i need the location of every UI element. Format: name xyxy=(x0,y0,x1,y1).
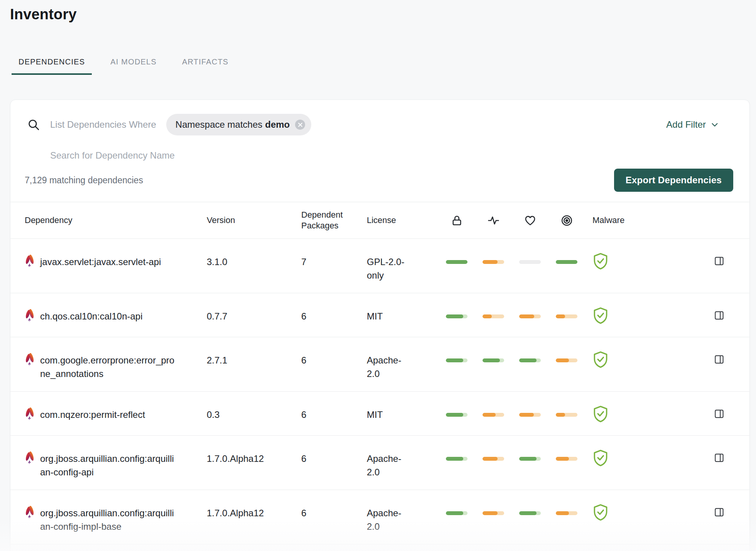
table-row[interactable]: org.jboss.arquillian.config:arquillian-c… xyxy=(10,436,749,490)
activity-score-bar xyxy=(483,260,504,264)
open-side-panel-button[interactable] xyxy=(714,354,724,366)
malware-status xyxy=(592,504,642,523)
maven-feather-icon xyxy=(25,255,35,269)
table-header-row: Dependency Version Dependent Packages Li… xyxy=(10,202,749,239)
table-row[interactable]: org.jboss.arquillian.config:arquillian-c… xyxy=(10,490,749,544)
activity-pulse-icon xyxy=(488,215,500,226)
heart-icon xyxy=(524,215,536,226)
filter-chip-value: demo xyxy=(265,119,290,130)
dependency-name: ch.qos.cal10n:cal10n-api xyxy=(40,309,143,323)
security-score-bar xyxy=(446,413,467,417)
table-row[interactable]: org.jboss.arquillian.config:arquillian-c… xyxy=(10,544,749,551)
popularity-score-bar xyxy=(519,314,541,318)
tab-dependencies[interactable]: DEPENDENCIES xyxy=(12,57,92,75)
page-title: Inventory xyxy=(0,0,756,23)
license-value: MIT xyxy=(367,408,414,421)
maven-feather-icon xyxy=(25,353,35,367)
maven-feather-icon xyxy=(25,309,35,323)
column-header-version: Version xyxy=(207,215,301,226)
search-icon xyxy=(27,118,40,131)
security-score-bar xyxy=(446,358,467,362)
open-side-panel-button[interactable] xyxy=(714,256,724,267)
dependency-name: com.nqzero:permit-reflect xyxy=(40,408,145,421)
popularity-score-bar xyxy=(519,457,541,461)
dependent-packages-count: 7 xyxy=(301,255,367,269)
popularity-score-bar xyxy=(519,260,541,264)
license-value: Apache-2.0 xyxy=(367,452,414,479)
add-filter-label: Add Filter xyxy=(666,119,706,130)
add-filter-button[interactable]: Add Filter xyxy=(666,119,735,130)
security-score-bar xyxy=(446,457,467,461)
panel-right-icon xyxy=(714,409,724,419)
table-body: javax.servlet:javax.servlet-api 3.1.0 7 … xyxy=(10,239,749,551)
shield-check-icon xyxy=(592,449,609,467)
malware-status xyxy=(592,351,642,370)
activity-score-bar xyxy=(483,314,504,318)
column-header-license: License xyxy=(367,215,446,226)
matching-count: 7,129 matching dependencies xyxy=(25,175,143,186)
activity-score-bar xyxy=(483,413,504,417)
dependencies-table: Dependency Version Dependent Packages Li… xyxy=(10,202,749,551)
chevron-down-icon xyxy=(710,120,719,129)
popularity-score-bar xyxy=(519,413,541,417)
dependent-packages-count: 6 xyxy=(301,506,367,520)
maven-feather-icon xyxy=(25,506,35,520)
quality-score-bar xyxy=(556,260,577,264)
malware-status xyxy=(592,449,642,468)
column-header-security xyxy=(446,215,467,226)
maven-feather-icon xyxy=(25,407,35,421)
shield-check-icon xyxy=(592,405,609,423)
dependency-version: 0.7.7 xyxy=(207,309,301,323)
dependency-name: org.jboss.arquillian.config:arquillian-c… xyxy=(40,506,176,533)
malware-status xyxy=(592,252,642,272)
column-header-dependency: Dependency xyxy=(25,215,207,226)
activity-score-bar xyxy=(483,358,504,362)
table-row[interactable]: com.google.errorprone:error_prone_annota… xyxy=(10,337,749,392)
tab-ai-models[interactable]: AI MODELS xyxy=(103,57,164,75)
table-row[interactable]: javax.servlet:javax.servlet-api 3.1.0 7 … xyxy=(10,239,749,293)
close-circle-icon[interactable] xyxy=(295,120,305,130)
filter-section: List Dependencies Where Namespace matche… xyxy=(10,100,749,202)
filter-chip-namespace[interactable]: Namespace matches demo xyxy=(166,114,311,135)
dependency-name-search-input[interactable] xyxy=(50,150,320,161)
column-header-quality xyxy=(556,215,577,226)
license-value: MIT xyxy=(367,309,414,323)
shield-check-icon xyxy=(592,252,609,270)
filter-query-input[interactable]: List Dependencies Where xyxy=(50,119,156,130)
column-header-activity xyxy=(483,215,504,226)
table-row[interactable]: com.nqzero:permit-reflect 0.3 6 MIT xyxy=(10,392,749,436)
inventory-tabs: DEPENDENCIES AI MODELS ARTIFACTS xyxy=(12,57,756,75)
popularity-score-bar xyxy=(519,358,541,362)
quality-score-bar xyxy=(556,457,577,461)
dependencies-panel: List Dependencies Where Namespace matche… xyxy=(10,100,750,551)
quality-score-bar xyxy=(556,413,577,417)
open-side-panel-button[interactable] xyxy=(714,507,724,519)
column-header-malware: Malware xyxy=(592,215,642,226)
popularity-score-bar xyxy=(519,511,541,515)
shield-check-icon xyxy=(592,351,609,368)
activity-score-bar xyxy=(483,511,504,515)
security-score-bar xyxy=(446,314,467,318)
malware-status xyxy=(592,307,642,326)
lock-icon xyxy=(451,215,463,226)
quality-score-bar xyxy=(556,511,577,515)
panel-right-icon xyxy=(714,507,724,517)
table-row[interactable]: ch.qos.cal10n:cal10n-api 0.7.7 6 MIT xyxy=(10,293,749,337)
malware-status xyxy=(592,405,642,424)
open-side-panel-button[interactable] xyxy=(714,409,724,420)
open-side-panel-button[interactable] xyxy=(714,453,724,464)
dependency-version: 1.7.0.Alpha12 xyxy=(207,452,301,465)
dependency-version: 3.1.0 xyxy=(207,255,301,269)
license-value: GPL-2.0-only xyxy=(367,255,414,282)
column-header-dependent-packages: Dependent Packages xyxy=(301,210,349,231)
quality-score-bar xyxy=(556,314,577,318)
tab-artifacts[interactable]: ARTIFACTS xyxy=(175,57,235,75)
dependent-packages-count: 6 xyxy=(301,353,367,367)
dependency-version: 1.7.0.Alpha12 xyxy=(207,506,301,520)
panel-right-icon xyxy=(714,310,724,321)
dependency-version: 0.3 xyxy=(207,408,301,421)
open-side-panel-button[interactable] xyxy=(714,310,724,322)
quality-score-bar xyxy=(556,358,577,362)
export-dependencies-button[interactable]: Export Dependencies xyxy=(614,169,733,192)
security-score-bar xyxy=(446,511,467,515)
